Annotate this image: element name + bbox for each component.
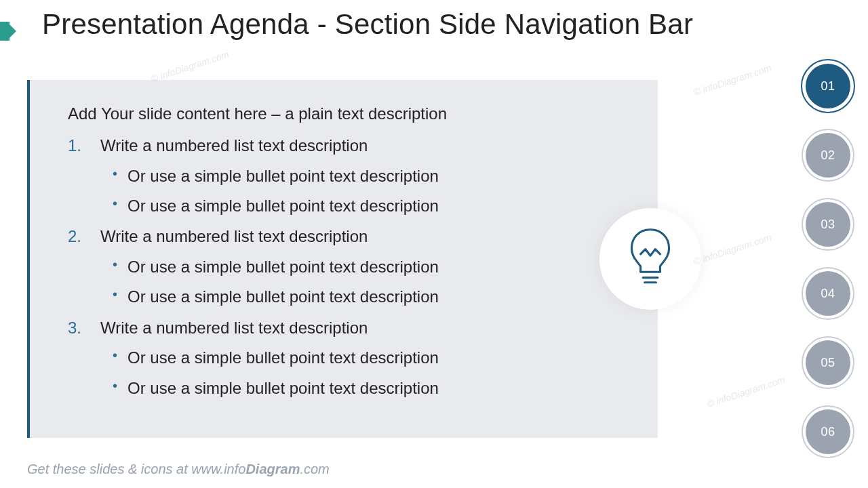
nav-dot-01[interactable]: 01 [806, 64, 850, 108]
side-nav: 01 02 03 04 05 06 [806, 64, 850, 454]
list-item-label: Write a numbered list text description [100, 136, 368, 155]
footer-brand-1: info [224, 462, 245, 476]
content-box: Add Your slide content here – a plain te… [27, 80, 658, 438]
bullet-item: Or use a simple bullet point text descri… [127, 282, 628, 312]
left-accent-tab [0, 22, 9, 41]
intro-text: Add Your slide content here – a plain te… [68, 104, 628, 123]
lightbulb-icon [623, 226, 677, 291]
list-item-label: Write a numbered list text description [100, 227, 368, 245]
lightbulb-badge [599, 208, 701, 310]
sub-bullets: Or use a simple bullet point text descri… [100, 343, 628, 403]
nav-dot-06[interactable]: 06 [806, 409, 850, 454]
list-item: Write a numbered list text description O… [68, 221, 628, 312]
nav-dot-03[interactable]: 03 [806, 202, 850, 247]
footer-brand-2: Diagram [245, 462, 300, 476]
nav-dot-02[interactable]: 02 [806, 133, 850, 178]
watermark: © infoDiagram.com [149, 49, 230, 84]
footer-suffix: .com [300, 462, 329, 476]
bullet-item: Or use a simple bullet point text descri… [127, 161, 628, 191]
sub-bullets: Or use a simple bullet point text descri… [100, 161, 628, 222]
bullet-item: Or use a simple bullet point text descri… [127, 252, 628, 282]
list-item: Write a numbered list text description O… [68, 312, 628, 403]
footer-prefix: Get these slides & icons at www. [27, 462, 224, 476]
slide-title: Presentation Agenda - Section Side Navig… [42, 8, 693, 41]
watermark: © infoDiagram.com [705, 374, 786, 409]
nav-dot-04[interactable]: 04 [806, 271, 850, 316]
footer-attribution: Get these slides & icons at www.infoDiag… [27, 462, 330, 477]
watermark: © infoDiagram.com [692, 62, 772, 98]
bullet-item: Or use a simple bullet point text descri… [127, 343, 628, 373]
nav-dot-05[interactable]: 05 [806, 340, 850, 385]
bullet-item: Or use a simple bullet point text descri… [127, 191, 628, 221]
bullet-item: Or use a simple bullet point text descri… [127, 373, 628, 403]
sub-bullets: Or use a simple bullet point text descri… [100, 252, 628, 312]
list-item-label: Write a numbered list text description [100, 319, 368, 337]
numbered-list: Write a numbered list text description O… [68, 130, 628, 403]
list-item: Write a numbered list text description O… [68, 130, 628, 221]
watermark: © infoDiagram.com [692, 232, 772, 267]
slide: Presentation Agenda - Section Side Navig… [0, 0, 868, 488]
